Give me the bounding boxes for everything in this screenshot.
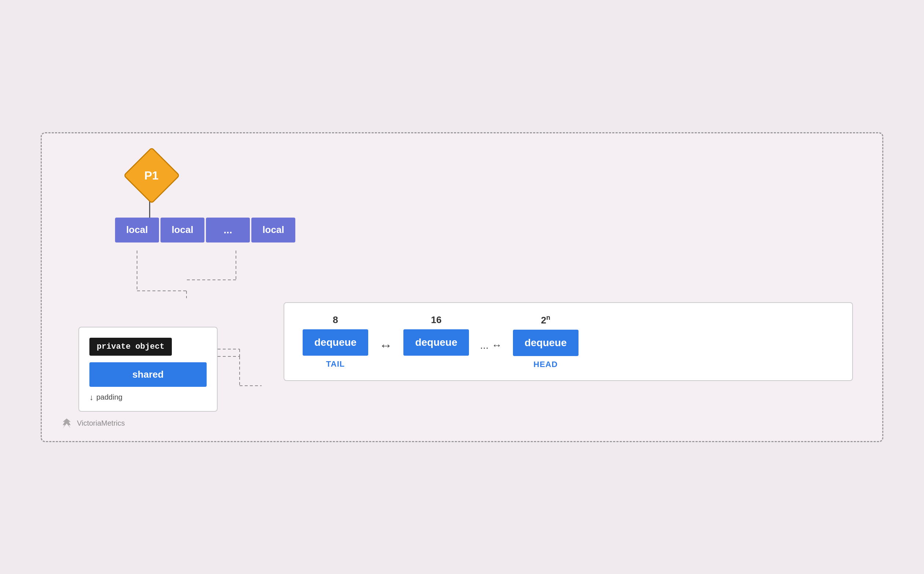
- dequeue-box-3: dequeue: [513, 330, 579, 356]
- dequeue-mid-label: .: [435, 360, 437, 369]
- head-label: HEAD: [533, 360, 558, 369]
- arrow-2: ↔: [492, 339, 502, 351]
- local-box-3: local: [251, 218, 295, 243]
- lower-section: private object shared ↓ padding 8 dequeu…: [71, 272, 853, 412]
- arrow-down-icon: ↓: [89, 393, 93, 402]
- p1-label: P1: [144, 169, 159, 182]
- p1-diamond: P1: [123, 147, 180, 204]
- outer-container: P1 local local ... local private o: [41, 132, 883, 442]
- tail-label: TAIL: [326, 360, 345, 369]
- dequeue-num-3: 2n: [541, 314, 550, 326]
- dequeue-group-head: 2n dequeue HEAD: [513, 314, 579, 369]
- local-box-dots: ...: [206, 218, 250, 243]
- vm-logo-icon: [60, 417, 73, 430]
- p1-area: P1 local local ... local: [115, 155, 853, 243]
- arrow-1: ↔: [379, 330, 393, 353]
- top-area: P1 local local ... local: [71, 155, 853, 243]
- logo-text: VictoriaMetrics: [77, 419, 125, 427]
- padding-label: ↓ padding: [89, 393, 207, 402]
- dequeue-container: 8 dequeue TAIL ↔ 16 dequeue . ... ↔ 2n d…: [284, 302, 853, 381]
- dequeue-box-1: dequeue: [303, 329, 368, 356]
- dots-arrows: ... ↔: [480, 332, 501, 351]
- dequeue-group-tail: 8 dequeue TAIL: [303, 314, 368, 369]
- dequeue-num-2: 16: [431, 314, 442, 326]
- dequeue-box-2: dequeue: [404, 329, 469, 356]
- private-object-label: private object: [89, 338, 172, 356]
- dots-text: ...: [480, 339, 488, 351]
- padding-text: padding: [96, 393, 122, 402]
- diamond-wrapper: P1: [115, 155, 188, 196]
- local-box-2: local: [161, 218, 205, 243]
- local-box-1: local: [115, 218, 159, 243]
- dequeue-group-mid: 16 dequeue .: [404, 314, 469, 369]
- shared-to-dequeue-connector: [218, 345, 262, 397]
- local-boxes-row: local local ... local: [115, 218, 295, 243]
- dequeue-num-1: 8: [333, 314, 338, 326]
- private-box-container: private object shared ↓ padding: [79, 327, 218, 412]
- shared-box: shared: [89, 362, 207, 387]
- victoriametrics-logo: VictoriaMetrics: [60, 417, 125, 430]
